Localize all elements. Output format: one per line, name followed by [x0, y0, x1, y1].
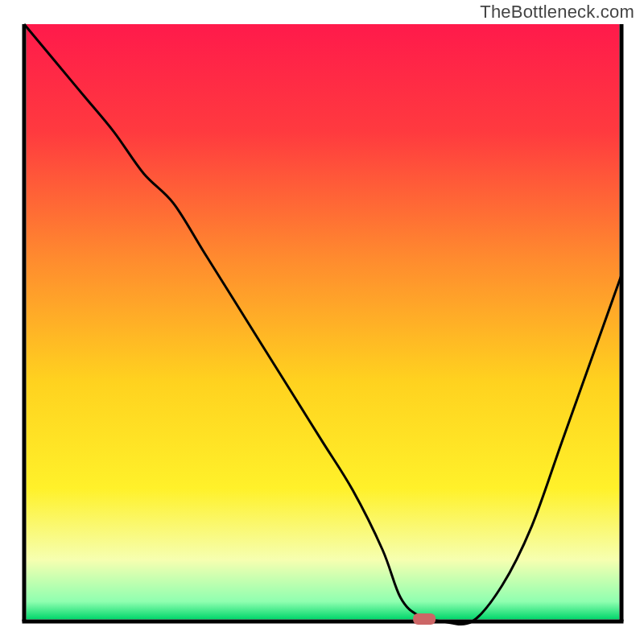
- watermark-text: TheBottleneck.com: [480, 2, 634, 23]
- bottleneck-chart: [0, 0, 644, 644]
- bottleneck-marker: [413, 613, 436, 625]
- chart-container: TheBottleneck.com: [0, 0, 644, 644]
